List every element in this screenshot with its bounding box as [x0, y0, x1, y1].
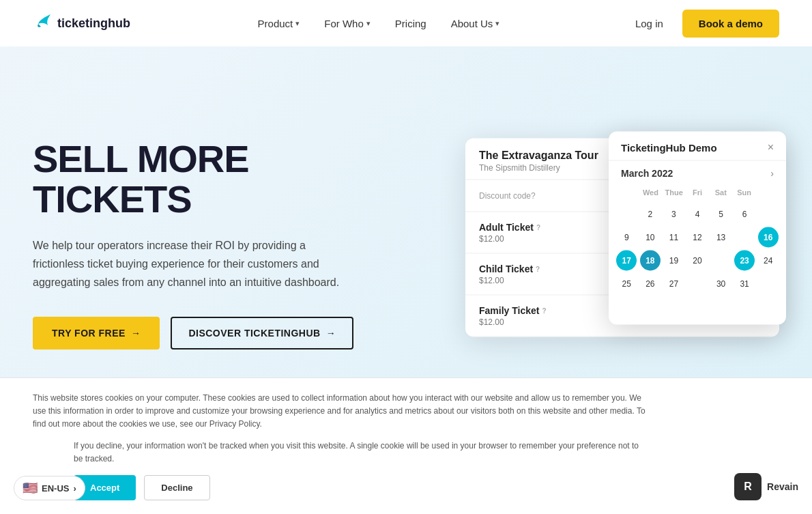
logo[interactable]: ticketinghub — [33, 10, 130, 37]
day-sun: Sun — [732, 186, 755, 199]
cal-date-19[interactable]: 19 — [663, 251, 684, 271]
discount-label: Discount code? — [479, 191, 536, 201]
cal-date-18[interactable]: 18 — [640, 251, 661, 271]
chevron-down-icon: ▾ — [366, 19, 371, 28]
hero-buttons: TRY FOR FREE → DISCOVER TICKETINGHUB → — [33, 317, 374, 349]
cal-date-11[interactable]: 11 — [663, 227, 684, 248]
cal-date-4[interactable]: 4 — [687, 204, 708, 225]
calendar-modal-header: TicketingHub Demo × — [609, 132, 786, 161]
cal-date-23[interactable]: 23 — [734, 251, 755, 271]
try-free-button[interactable]: TRY FOR FREE → — [33, 317, 160, 349]
nav-actions: Log in Book a demo — [627, 10, 779, 38]
cookie-banner: This website stores cookies on your comp… — [0, 377, 812, 429]
calendar-days-header: Wed Thue Fri Sat Sun — [615, 186, 779, 199]
nav-item-forwho[interactable]: For Who ▾ — [315, 12, 380, 35]
arrow-right-icon: → — [131, 328, 141, 339]
day-sat: Sat — [709, 186, 732, 199]
cal-date-16[interactable]: 16 — [758, 227, 779, 248]
nav-item-pricing[interactable]: Pricing — [386, 12, 436, 35]
cal-date-6[interactable]: 6 — [734, 204, 755, 225]
cal-date-24[interactable]: 24 — [758, 251, 779, 271]
logo-text: ticketinghub — [57, 16, 130, 31]
cal-date-31[interactable]: 31 — [734, 274, 755, 294]
calendar-grid: Wed Thue Fri Sat Sun 2 3 4 5 6 9 — [609, 186, 786, 325]
cookie-content: This website stores cookies on your comp… — [33, 392, 647, 429]
login-button[interactable]: Log in — [627, 12, 671, 35]
day-thu: Thue — [663, 186, 686, 199]
book-demo-button[interactable]: Book a demo — [682, 10, 779, 38]
chevron-down-icon: ▾ — [495, 19, 499, 28]
demo-widget-area: The Extravaganza Tour The Sipsmith Disti… — [438, 139, 779, 337]
day-wed: Wed — [639, 186, 662, 199]
hero-description: We help tour operators increase their RO… — [33, 236, 347, 292]
cal-date-27[interactable]: 27 — [663, 274, 684, 294]
chevron-down-icon: ▾ — [295, 19, 300, 28]
calendar-modal-title: TicketingHub Demo — [621, 141, 717, 153]
calendar-dates: 2 3 4 5 6 9 10 11 12 13 16 17 18 — [615, 203, 779, 318]
calendar-next-button[interactable]: › — [770, 168, 774, 179]
cal-date-25[interactable]: 25 — [616, 274, 637, 294]
calendar-modal: TicketingHub Demo × March 2022 › Wed Thu… — [609, 132, 786, 325]
cal-date-30[interactable]: 30 — [711, 274, 731, 294]
calendar-close-button[interactable]: × — [768, 141, 774, 154]
discover-button[interactable]: DISCOVER TICKETINGHUB → — [171, 317, 353, 349]
cal-date-13[interactable]: 13 — [711, 227, 731, 248]
hero-section: SELL MORE TICKETS We help tour operators… — [0, 46, 812, 429]
cal-date-2[interactable]: 2 — [640, 204, 661, 225]
nav-item-aboutus[interactable]: About Us ▾ — [441, 12, 510, 35]
cal-date-26[interactable]: 26 — [640, 274, 661, 294]
day-fri: Fri — [686, 186, 709, 199]
calendar-month-header: March 2022 › — [609, 161, 786, 186]
cal-date-10[interactable]: 10 — [640, 227, 661, 248]
cal-date-3[interactable]: 3 — [663, 204, 684, 225]
arrow-right-icon: → — [326, 328, 336, 339]
nav-item-product[interactable]: Product ▾ — [248, 12, 310, 35]
logo-bird-icon — [33, 10, 55, 37]
hero-title: SELL MORE TICKETS — [33, 139, 374, 220]
navigation: ticketinghub Product ▾ For Who ▾ Pricing… — [0, 0, 812, 46]
cal-date-9[interactable]: 9 — [616, 227, 637, 248]
nav-links: Product ▾ For Who ▾ Pricing About Us ▾ — [248, 12, 510, 35]
cal-date-5[interactable]: 5 — [711, 204, 731, 225]
cal-date-12[interactable]: 12 — [687, 227, 708, 248]
cal-date-20[interactable]: 20 — [687, 251, 708, 271]
hero-content: SELL MORE TICKETS We help tour operators… — [33, 139, 374, 349]
cookie-main-text: This website stores cookies on your comp… — [33, 392, 647, 429]
cal-date-17[interactable]: 17 — [616, 251, 637, 271]
